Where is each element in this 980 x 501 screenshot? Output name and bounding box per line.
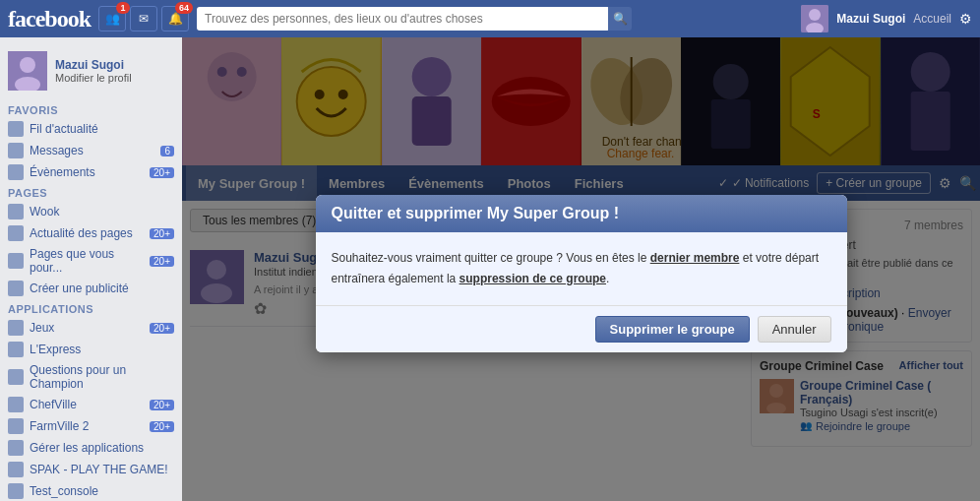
games-label: Jeux bbox=[30, 321, 54, 335]
notif-badge: 64 bbox=[175, 2, 193, 14]
sidebar-item-messages[interactable]: Messages 6 bbox=[0, 140, 182, 161]
edit-profile-link[interactable]: Modifier le profil bbox=[55, 72, 132, 84]
user-avatar-top bbox=[801, 5, 828, 32]
notifications-button[interactable]: 🔔 64 bbox=[161, 6, 189, 31]
sidebar-item-express[interactable]: L'Express bbox=[0, 339, 182, 360]
sidebar-user-name[interactable]: Mazui Sugoi bbox=[55, 58, 132, 72]
notification-icons: 👥 1 ✉ 🔔 64 bbox=[98, 6, 189, 31]
sidebar-item-games[interactable]: Jeux 20+ bbox=[0, 317, 182, 339]
page-news-label: Actualité des pages bbox=[30, 226, 133, 240]
chefville-badge: 20+ bbox=[150, 400, 174, 410]
test-console-label: Test_console bbox=[30, 484, 98, 498]
applications-section-title: Applications bbox=[0, 299, 182, 317]
sidebar-user-section: Mazui Sugoi Modifier le profil bbox=[0, 45, 182, 96]
left-sidebar: Mazui Sugoi Modifier le profil Favoris F… bbox=[0, 37, 182, 501]
page-news-icon bbox=[8, 225, 24, 241]
friend-icon: 👥 bbox=[105, 12, 120, 26]
sidebar-item-spak[interactable]: SPAK - PLAY THE GAME! bbox=[0, 459, 182, 480]
delete-group-button[interactable]: Supprimer le groupe bbox=[595, 316, 750, 343]
svg-point-1 bbox=[809, 9, 821, 21]
global-search-input[interactable] bbox=[197, 7, 610, 31]
events-badge: 20+ bbox=[150, 167, 174, 178]
global-search-button[interactable]: 🔍 bbox=[608, 7, 632, 31]
chefville-icon bbox=[8, 397, 24, 412]
pages-section-title: Pages bbox=[0, 183, 182, 201]
chefville-label: ChefVille bbox=[30, 398, 77, 411]
main-content: Don't fear change.Change fear. S My Supe… bbox=[182, 37, 980, 501]
sidebar-item-events[interactable]: Évènements 20+ bbox=[0, 161, 182, 183]
create-ad-label: Créer une publicité bbox=[30, 282, 129, 295]
pages-you-label: Pages que vous pour... bbox=[30, 247, 144, 275]
games-badge: 20+ bbox=[150, 323, 174, 334]
friend-requests-button[interactable]: 👥 1 bbox=[98, 6, 126, 31]
sidebar-item-farmville[interactable]: FarmVille 2 20+ bbox=[0, 415, 182, 437]
home-link[interactable]: Accueil bbox=[913, 12, 951, 26]
events-label: Évènements bbox=[30, 165, 95, 179]
sidebar-item-manage-apps[interactable]: Gérer les applications bbox=[0, 437, 182, 459]
facebook-logo: facebook bbox=[8, 6, 91, 32]
messages-badge: 6 bbox=[160, 146, 174, 157]
express-label: L'Express bbox=[30, 343, 81, 356]
modal-body: Souhaitez-vous vraiment quitter ce group… bbox=[316, 232, 847, 305]
sidebar-item-questions[interactable]: Questions pour un Champion bbox=[0, 360, 182, 394]
modal-text-prefix: Souhaitez-vous vraiment quitter ce group… bbox=[332, 251, 650, 265]
modal-text-highlight1: dernier membre bbox=[650, 251, 740, 265]
news-feed-icon bbox=[8, 121, 24, 137]
modal-text-highlight2: suppression de ce groupe bbox=[459, 272, 606, 285]
sidebar-avatar bbox=[8, 51, 47, 91]
modal-header: Quitter et supprimer My Super Group ! bbox=[316, 195, 847, 232]
news-feed-label: Fil d'actualité bbox=[30, 122, 98, 136]
top-navigation: facebook 👥 1 ✉ 🔔 64 🔍 Mazui Sugoi Accuei… bbox=[0, 0, 980, 37]
questions-label: Questions pour un Champion bbox=[30, 363, 174, 391]
pages-you-icon bbox=[8, 253, 24, 269]
messages-button[interactable]: ✉ bbox=[130, 6, 157, 31]
topnav-right: Mazui Sugoi Accueil ⚙ bbox=[801, 5, 972, 32]
page-news-badge: 20+ bbox=[150, 228, 174, 239]
sidebar-item-test-console[interactable]: Test_console bbox=[0, 480, 182, 501]
modal-footer: Supprimer le groupe Annuler bbox=[316, 305, 847, 352]
farmville-icon bbox=[8, 418, 24, 434]
manage-apps-label: Gérer les applications bbox=[30, 441, 144, 455]
sidebar-user-info: Mazui Sugoi Modifier le profil bbox=[55, 58, 132, 84]
messages-icon: ✉ bbox=[139, 12, 149, 26]
sidebar-item-chefville[interactable]: ChefVille 20+ bbox=[0, 394, 182, 415]
favorites-section-title: Favoris bbox=[0, 100, 182, 118]
test-icon bbox=[8, 483, 24, 499]
create-ad-icon bbox=[8, 281, 24, 296]
sidebar-item-create-ad[interactable]: Créer une publicité bbox=[0, 278, 182, 299]
svg-point-4 bbox=[20, 57, 35, 73]
confirm-dialog: Quitter et supprimer My Super Group ! So… bbox=[316, 195, 847, 352]
pages-you-badge: 20+ bbox=[150, 256, 174, 267]
main-layout: Mazui Sugoi Modifier le profil Favoris F… bbox=[0, 37, 980, 501]
manage-apps-icon bbox=[8, 440, 24, 456]
wook-icon bbox=[8, 204, 24, 219]
modal-text-suffix: . bbox=[606, 272, 609, 285]
events-icon bbox=[8, 164, 24, 180]
spak-label: SPAK - PLAY THE GAME! bbox=[30, 463, 168, 476]
sidebar-item-page-news[interactable]: Actualité des pages 20+ bbox=[0, 222, 182, 244]
cancel-button[interactable]: Annuler bbox=[758, 316, 831, 343]
bell-icon: 🔔 bbox=[168, 12, 183, 26]
messages-sidebar-label: Messages bbox=[30, 144, 84, 157]
games-icon bbox=[8, 320, 24, 336]
user-name-top[interactable]: Mazui Sugoi bbox=[836, 12, 905, 26]
questions-icon bbox=[8, 369, 24, 385]
settings-icon[interactable]: ⚙ bbox=[959, 11, 972, 27]
wook-label: Wook bbox=[30, 205, 59, 219]
farmville-badge: 20+ bbox=[150, 421, 174, 432]
sidebar-item-wook[interactable]: Wook bbox=[0, 201, 182, 222]
modal-overlay: Quitter et supprimer My Super Group ! So… bbox=[182, 37, 980, 501]
farmville-label: FarmVille 2 bbox=[30, 419, 89, 433]
friend-badge: 1 bbox=[116, 2, 130, 14]
sidebar-item-pages-you[interactable]: Pages que vous pour... 20+ bbox=[0, 244, 182, 278]
sidebar-item-news-feed[interactable]: Fil d'actualité bbox=[0, 118, 182, 140]
express-icon bbox=[8, 342, 24, 357]
spak-icon bbox=[8, 462, 24, 477]
messages-sidebar-icon bbox=[8, 143, 24, 158]
